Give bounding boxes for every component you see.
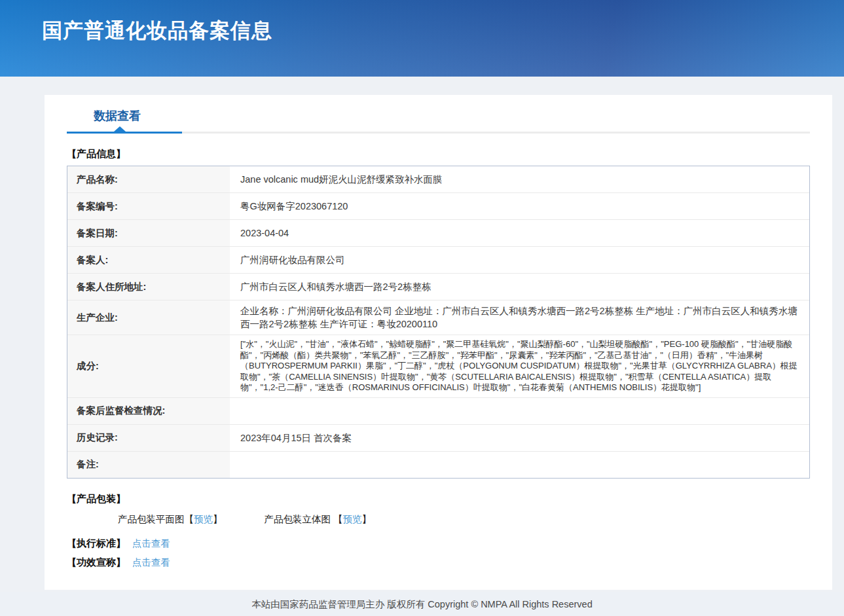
- section-packaging-heading: 【产品包装】: [67, 493, 810, 505]
- row-label-manufacturer: 生产企业:: [67, 300, 230, 335]
- table-row: 备案人住所地址: 广州市白云区人和镇秀水塘西一路2号2栋整栋: [67, 273, 809, 300]
- table-row: 备案日期: 2023-04-04: [67, 219, 809, 246]
- bracket-close: 】: [362, 514, 372, 524]
- row-value-registrant-address: 广州市白云区人和镇秀水塘西一路2号2栋整栋: [230, 274, 809, 300]
- section-product-info-heading: 【产品信息】: [67, 148, 810, 160]
- product-info-table: 产品名称: Jane volcanic mud妍泥火山泥舒缓紧致补水面膜 备案编…: [67, 166, 810, 479]
- row-label-remarks: 备注:: [67, 452, 230, 478]
- row-label-registration-number: 备案编号:: [67, 193, 230, 219]
- row-value-product-name: Jane volcanic mud妍泥火山泥舒缓紧致补水面膜: [230, 166, 809, 192]
- section-efficacy-heading: 【功效宣称】: [67, 556, 126, 568]
- row-value-registration-number: 粤G妆网备字2023067120: [230, 193, 809, 219]
- row-value-registrant: 广州润研化妆品有限公司: [230, 247, 809, 273]
- packaging-flat-label: 产品包装平面图: [118, 514, 185, 524]
- row-label-registration-date: 备案日期:: [67, 220, 230, 246]
- standard-view-link[interactable]: 点击查看: [132, 538, 170, 549]
- table-row: 备案后监督检查情况:: [67, 397, 809, 424]
- row-value-registration-date: 2023-04-04: [230, 220, 809, 246]
- table-row: 生产企业: 企业名称：广州润研化妆品有限公司 企业地址：广州市白云区人和镇秀水塘…: [67, 300, 809, 335]
- bracket-close: 】: [213, 514, 223, 524]
- content-card: 数据查看 【产品信息】 产品名称: Jane volcanic mud妍泥火山泥…: [45, 95, 832, 590]
- row-label-registrant-address: 备案人住所地址:: [67, 274, 230, 300]
- table-row: 备案人: 广州润研化妆品有限公司: [67, 246, 809, 273]
- row-label-history: 历史记录:: [67, 425, 230, 451]
- row-value-remarks: [230, 452, 809, 478]
- packaging-flat-preview-link[interactable]: 预览: [194, 514, 213, 524]
- bracket-open: 【: [185, 514, 194, 524]
- table-row: 成分: ["水"，"火山泥"，"甘油"，"液体石蜡"，"鲸蜡硬脂醇"，"聚二甲基…: [67, 335, 809, 397]
- efficacy-view-link[interactable]: 点击查看: [132, 557, 170, 568]
- row-label-supervision-check: 备案后监督检查情况:: [67, 398, 230, 424]
- efficacy-row: 【功效宣称】点击查看: [67, 556, 810, 569]
- tab-data-view[interactable]: 数据查看: [94, 108, 141, 124]
- table-row: 产品名称: Jane volcanic mud妍泥火山泥舒缓紧致补水面膜: [67, 166, 809, 192]
- row-value-supervision-check: [230, 398, 809, 424]
- section-standard-heading: 【执行标准】: [67, 537, 126, 549]
- packaging-stereo-label: 产品包装立体图: [265, 514, 334, 524]
- table-row: 历史记录: 2023年04月15日 首次备案: [67, 424, 809, 451]
- row-value-history: 2023年04月15日 首次备案: [230, 425, 809, 451]
- packaging-flat-item: 产品包装平面图【预览】: [118, 514, 223, 524]
- caret-up-icon: [114, 126, 126, 132]
- row-value-manufacturer: 企业名称：广州润研化妆品有限公司 企业地址：广州市白云区人和镇秀水塘西一路2号2…: [230, 300, 809, 335]
- copyright-text: 本站由国家药品监督管理局主办 版权所有 Copyright © NMPA All…: [251, 598, 592, 611]
- row-label-registrant: 备案人:: [67, 247, 230, 273]
- bracket-open: 【: [333, 514, 343, 524]
- page-title: 国产普通化妆品备案信息: [0, 0, 844, 45]
- table-row: 备注:: [67, 451, 809, 478]
- packaging-links-row: 产品包装平面图【预览】产品包装立体图 【预览】: [118, 513, 810, 526]
- packaging-stereo-item: 产品包装立体图 【预览】: [265, 514, 372, 524]
- tab-active-underline: [67, 132, 182, 134]
- row-value-ingredients: ["水"，"火山泥"，"甘油"，"液体石蜡"，"鲸蜡硬脂醇"，"聚二甲基硅氧烷"…: [230, 335, 809, 397]
- tab-divider: [67, 132, 810, 134]
- packaging-stereo-preview-link[interactable]: 预览: [343, 514, 362, 524]
- row-label-ingredients: 成分:: [67, 335, 230, 397]
- row-label-product-name: 产品名称:: [67, 166, 230, 192]
- page-header: 国产普通化妆品备案信息: [0, 0, 844, 77]
- page-footer: 本站由国家药品监督管理局主办 版权所有 Copyright © NMPA All…: [0, 592, 844, 616]
- standard-row: 【执行标准】点击查看: [67, 537, 810, 550]
- table-row: 备案编号: 粤G妆网备字2023067120: [67, 192, 809, 219]
